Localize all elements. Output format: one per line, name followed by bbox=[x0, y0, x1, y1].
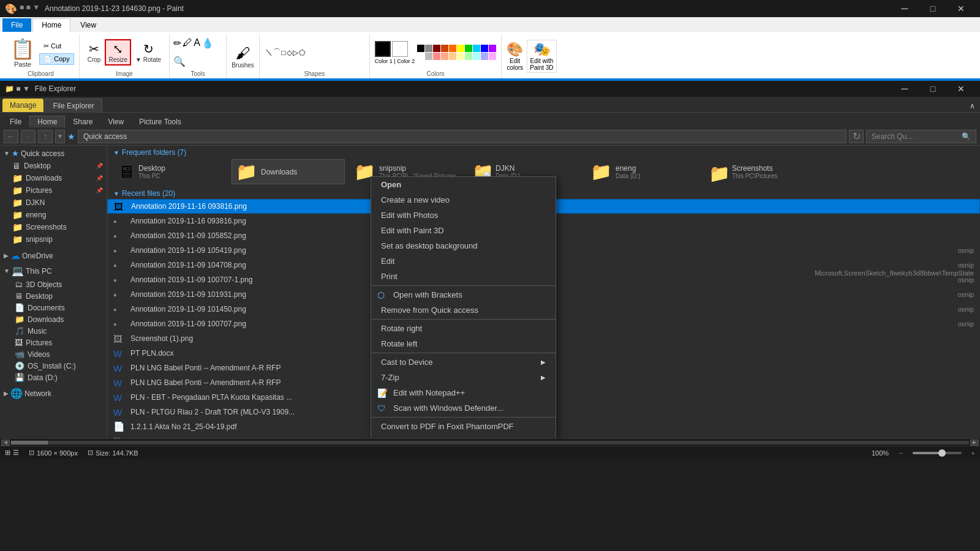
ctx-cast-to-device[interactable]: Cast to Device▶ bbox=[371, 354, 556, 370]
ctx-rotate-left[interactable]: Rotate left bbox=[371, 336, 556, 351]
ctx-set-desktop-bg[interactable]: Set as desktop background bbox=[371, 238, 556, 253]
sidebar-item-djkn[interactable]: 📁 DJKN bbox=[0, 197, 107, 209]
sidebar-item-music[interactable]: 🎵 Music bbox=[0, 325, 107, 337]
colors-label: Colors bbox=[427, 70, 445, 78]
zoom-out-button[interactable]: − bbox=[899, 449, 902, 457]
zoom-slider[interactable] bbox=[913, 452, 962, 454]
tools-group: ✏ 🖊 A 💧 🔍 Tools bbox=[170, 34, 227, 78]
ctx-edit[interactable]: Edit bbox=[371, 253, 556, 269]
sidebar-item-eneng[interactable]: 📁 eneng bbox=[0, 209, 107, 221]
sidebar-item-os-install[interactable]: 💿 OS_Install (C:) bbox=[0, 360, 107, 372]
paint-home-tab[interactable]: Home bbox=[32, 18, 70, 32]
explorer-quick-access: 📁 ■ ▼ bbox=[5, 84, 30, 93]
resize-button[interactable]: ⤡ Resize bbox=[105, 39, 131, 66]
sidebar-item-desktop-qa[interactable]: 🖥 Desktop 📌 bbox=[0, 160, 107, 172]
sidebar-item-videos[interactable]: 📹 Videos bbox=[0, 348, 107, 360]
brushes-button[interactable]: 🖌 Brushes bbox=[232, 45, 254, 69]
sidebar-item-downloads-qa[interactable]: 📁 Downloads 📌 bbox=[0, 172, 107, 184]
sidebar-item-data-d[interactable]: 💾 Data (D:) bbox=[0, 372, 107, 383]
paint-quick-access: 🎨 ■ ■ ▼ bbox=[5, 3, 40, 15]
sidebar-item-snipsnip[interactable]: 📁 snipsnip bbox=[0, 233, 107, 246]
context-menu: Open Create a new video Edit with Photos… bbox=[371, 176, 556, 438]
nav-recent-button[interactable]: ▼ bbox=[55, 130, 65, 143]
zoom-in-button[interactable]: + bbox=[971, 449, 975, 457]
this-pc-label: This PC bbox=[26, 267, 52, 276]
frequent-folders-header: ▼ Frequent folders (7) bbox=[107, 146, 980, 158]
sidebar-item-3d-objects[interactable]: 🗂 3D Objects bbox=[0, 279, 107, 290]
rotate-button[interactable]: ↻ ▼ Rotate bbox=[132, 40, 164, 65]
crop-button[interactable]: ✂ Crop bbox=[85, 40, 104, 65]
folder-downloads[interactable]: 📁 Downloads bbox=[232, 159, 345, 184]
sub-home-tab[interactable]: Home bbox=[29, 116, 65, 127]
sidebar-item-documents[interactable]: 📄 Documents bbox=[0, 302, 107, 313]
status-zoom: 100% bbox=[872, 449, 889, 457]
network-header[interactable]: ▶ 🌐 Network bbox=[0, 386, 107, 401]
ctx-open[interactable]: Open bbox=[371, 177, 556, 192]
ctx-convert-foxit-reader[interactable]: Convert to PDF in Foxit Reader bbox=[371, 434, 556, 438]
search-text: Search Qu... bbox=[872, 132, 913, 141]
sidebar-item-pictures-pc[interactable]: 🖼 Pictures bbox=[0, 337, 107, 348]
tools-label: Tools bbox=[190, 70, 205, 78]
this-pc-header[interactable]: ▼ 💻 This PC bbox=[0, 263, 107, 279]
shapes-label: Shapes bbox=[304, 70, 325, 78]
edit-with-paint3d-button[interactable]: 🎭 Edit withPaint 3D bbox=[527, 40, 556, 73]
ctx-print[interactable]: Print bbox=[371, 269, 556, 284]
folder-desktop[interactable]: 🖥 Desktop This PC bbox=[113, 159, 227, 184]
ctx-rotate-right[interactable]: Rotate right bbox=[371, 321, 556, 336]
ctx-remove-quick-access[interactable]: Remove from Quick access bbox=[371, 302, 556, 318]
paint-maximize-button[interactable]: □ bbox=[919, 0, 947, 17]
manage-tab[interactable]: Manage bbox=[2, 99, 43, 112]
image-label: Image bbox=[116, 70, 133, 78]
edit-colors-button[interactable]: 🎨 Edit colors bbox=[507, 42, 523, 71]
folder-screenshots[interactable]: 📁 Screenshots This PC\Pictures bbox=[704, 159, 818, 184]
picture-tools-tab[interactable]: Picture Tools bbox=[132, 116, 188, 127]
sidebar-item-pictures-qa[interactable]: 📁 Pictures 📌 bbox=[0, 184, 107, 197]
nav-forward-button[interactable]: → bbox=[21, 130, 36, 143]
copy-button[interactable]: 📄 Copy bbox=[39, 53, 74, 65]
image-group: ✂ Crop ⤡ Resize ↻ ▼ Rotate Image bbox=[80, 34, 170, 78]
onedrive-label: OneDrive bbox=[22, 252, 53, 260]
sidebar-item-screenshots[interactable]: 📁 Screenshots bbox=[0, 221, 107, 233]
status-items-icon: ⊞ ☰ bbox=[5, 449, 19, 457]
nav-up-button[interactable]: ↑ bbox=[38, 130, 53, 143]
refresh-button[interactable]: ↻ bbox=[849, 130, 864, 143]
ctx-edit-with-photos[interactable]: Edit with Photos bbox=[371, 208, 556, 223]
paint-minimize-button[interactable]: ─ bbox=[891, 0, 919, 17]
ctx-convert-foxit-phantom[interactable]: Convert to PDF in Foxit PhantomPDF bbox=[371, 419, 556, 434]
sidebar-item-desktop-pc[interactable]: 🖥 Desktop bbox=[0, 290, 107, 302]
folder-eneng[interactable]: 📁 eneng Data (D:) bbox=[586, 159, 699, 184]
address-star: ★ bbox=[67, 132, 75, 141]
onedrive-header[interactable]: ▶ ☁ OneDrive bbox=[0, 248, 107, 263]
ctx-7zip[interactable]: 7-Zip▶ bbox=[371, 370, 556, 385]
explorer-minimize-button[interactable]: ─ bbox=[891, 80, 919, 97]
ctx-open-with-brackets[interactable]: ⬡ Open with Brackets bbox=[371, 287, 556, 302]
quick-access-header[interactable]: ▼ ★ Quick access bbox=[0, 147, 107, 160]
ctx-create-new-video[interactable]: Create a new video bbox=[371, 192, 556, 208]
ctx-edit-with-paint3d[interactable]: Edit with Paint 3D bbox=[371, 223, 556, 238]
nav-back-button[interactable]: ← bbox=[4, 130, 18, 143]
sub-file-tab[interactable]: File bbox=[2, 116, 29, 127]
explorer-title: File Explorer bbox=[35, 84, 76, 93]
colors-group: Color 1 | Color 2 bbox=[370, 34, 502, 78]
explorer-close-button[interactable]: ✕ bbox=[947, 80, 975, 97]
ctx-scan-defender[interactable]: 🛡 Scan with Windows Defender... bbox=[371, 400, 556, 416]
paint-view-tab[interactable]: View bbox=[72, 18, 105, 32]
ctx-edit-notepad[interactable]: 📝 Edit with Notepad++ bbox=[371, 385, 556, 400]
paint-file-tab[interactable]: File bbox=[2, 18, 31, 32]
explorer-expand-btn[interactable]: ∧ bbox=[965, 100, 980, 112]
file-explorer-tab[interactable]: File Explorer bbox=[45, 99, 102, 112]
paint-close-button[interactable]: ✕ bbox=[947, 0, 975, 17]
sidebar-item-downloads-pc[interactable]: 📁 Downloads bbox=[0, 313, 107, 325]
address-text: Quick access bbox=[83, 132, 127, 141]
address-bar[interactable]: Quick access bbox=[78, 130, 846, 143]
clipboard-group: 📋 Paste ✂ Cut 📄 Copy Clipboard bbox=[2, 34, 80, 78]
cut-button[interactable]: ✂ Cut bbox=[39, 40, 74, 52]
network-label: Network bbox=[24, 389, 51, 398]
sub-view-tab[interactable]: View bbox=[100, 116, 131, 127]
status-size: ⊡ Size: 144.7KB bbox=[88, 449, 138, 457]
quick-access-label: Quick access bbox=[21, 149, 64, 158]
explorer-maximize-button[interactable]: □ bbox=[919, 80, 947, 97]
search-box[interactable]: Search Qu... 🔍 bbox=[866, 130, 976, 143]
paste-button[interactable]: 📋 Paste bbox=[7, 36, 38, 70]
sub-share-tab[interactable]: Share bbox=[66, 116, 100, 127]
